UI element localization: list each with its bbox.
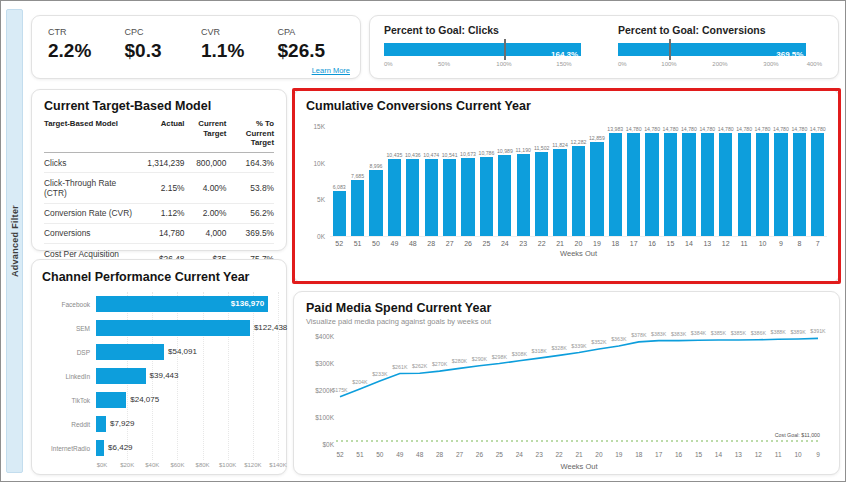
- conversion-bar[interactable]: [480, 157, 493, 236]
- gauge-fill[interactable]: 369.5%: [618, 43, 806, 56]
- conversion-bar[interactable]: [553, 149, 566, 236]
- conv-x-tick-label: 20: [569, 240, 587, 247]
- table-cell: Conversions: [44, 223, 136, 243]
- kpi-value: 1.1%: [201, 40, 278, 62]
- conv-bar-slot: 14,780: [661, 126, 679, 236]
- conv-bar-slot: 13,983: [606, 126, 624, 236]
- point-value-label: $389K: [790, 329, 806, 335]
- table-cell: 4,000: [185, 223, 227, 243]
- conversion-bar[interactable]: [645, 133, 658, 236]
- conversion-bar[interactable]: [793, 133, 806, 236]
- conv-x-tick-label: 26: [459, 240, 477, 247]
- point-value-label: $339K: [571, 343, 587, 349]
- conversion-bar[interactable]: [682, 133, 695, 236]
- conversion-bar[interactable]: [811, 133, 824, 236]
- conversion-bar[interactable]: [719, 133, 732, 236]
- conv-x-axis: 5251504948282726252423222120191817161514…: [330, 240, 827, 247]
- point-value-label: $270K: [432, 361, 448, 367]
- point-value-label: $378K: [631, 332, 647, 338]
- dashboard-canvas: Advanced Filter CTR 2.2% CPC $0.3 CVR 1.…: [0, 0, 846, 482]
- conversion-bar[interactable]: [590, 142, 603, 236]
- channel-bar-zone: $54,091: [96, 344, 272, 360]
- conv-bar-slot: 11,502: [532, 126, 550, 236]
- channel-bar[interactable]: $6,429: [96, 440, 104, 456]
- spend-chart-title: Paid Media Spend Current Year: [306, 301, 827, 315]
- table-row[interactable]: Conversion Rate (CVR)1.12%2.00%56.2%: [44, 203, 274, 223]
- table-cell: 2.15%: [136, 173, 184, 203]
- conversion-bar[interactable]: [738, 133, 751, 236]
- conversion-bar[interactable]: [333, 191, 346, 236]
- conversion-bar[interactable]: [461, 158, 474, 236]
- conversion-bar[interactable]: [774, 133, 787, 236]
- conv-x-tick-label: 12: [717, 240, 735, 247]
- conversion-bar[interactable]: [406, 159, 419, 236]
- conversion-bar[interactable]: [498, 155, 511, 236]
- channel-bar[interactable]: $24,075: [96, 392, 126, 408]
- conv-bar-slot: 10,989: [496, 126, 514, 236]
- kpi-label: CPA: [278, 27, 355, 37]
- channel-row: DSP$54,091: [42, 340, 276, 364]
- table-row[interactable]: Conversions14,7804,000369.5%: [44, 223, 274, 243]
- table-row[interactable]: Click-Through Rate (CTR)2.15%4.00%53.8%: [44, 173, 274, 203]
- gauge-clicks: Percent to Goal: Clicks 164.3% 0%50%100%…: [384, 24, 588, 78]
- table-cell: 164.3%: [226, 153, 274, 173]
- conversion-bar[interactable]: [425, 159, 438, 236]
- conversion-bar[interactable]: [664, 133, 677, 236]
- channel-bar[interactable]: $39,443: [96, 368, 146, 384]
- target-model-card: Current Target-Based Model Target-Based …: [31, 89, 287, 251]
- channel-x-axis: $0K$20K$40K$60K$80K$100K$120K$140K: [102, 462, 278, 472]
- channel-bar[interactable]: $7,929: [96, 416, 106, 432]
- conversion-bar[interactable]: [609, 133, 622, 236]
- gauge-fill[interactable]: 164.3%: [384, 43, 581, 56]
- channel-x-tick-label: $80K: [196, 462, 210, 468]
- gauge-tick-label: 100%: [496, 61, 511, 67]
- conversion-bar[interactable]: [756, 133, 769, 236]
- channel-category-label: Reddit: [42, 421, 96, 428]
- channel-x-tick-label: $20K: [120, 462, 134, 468]
- conv-bar-slot: 14,780: [735, 126, 753, 236]
- gauge-value-label: 369.5%: [776, 50, 806, 59]
- conv-bar-slot: 10,673: [459, 126, 477, 236]
- channel-bar-zone: $24,075: [96, 392, 272, 408]
- paid-media-spend-card: Paid Media Spend Current Year Visualize …: [293, 291, 840, 475]
- channel-bar[interactable]: $54,091: [96, 344, 164, 360]
- conv-bar-slot: 14,780: [625, 126, 643, 236]
- bar-value-label: 14,780: [755, 126, 771, 132]
- spend-y-tick-label: $100K: [315, 414, 334, 421]
- conversion-bar[interactable]: [627, 133, 640, 236]
- point-value-label: $261K: [392, 364, 408, 370]
- learn-more-link[interactable]: Learn More: [312, 66, 350, 75]
- table-column-header: Actual: [136, 117, 184, 153]
- conv-x-tick-label: 23: [514, 240, 532, 247]
- bar-value-label: 12,282: [571, 139, 587, 145]
- spend-x-tick-label: 11: [775, 451, 782, 458]
- advanced-filter-tab[interactable]: Advanced Filter: [6, 9, 23, 473]
- cost-goal-label: Cost Goal: $11,000: [775, 432, 820, 438]
- conversion-bar[interactable]: [517, 154, 530, 236]
- conv-x-tick-label: 7: [809, 240, 827, 247]
- gauge-track: 369.5%: [618, 43, 822, 56]
- bar-value-label: 13,983: [607, 126, 623, 132]
- conversion-bar[interactable]: [388, 159, 401, 236]
- table-row[interactable]: Clicks1,314,239800,000164.3%: [44, 153, 274, 173]
- point-value-label: $363K: [611, 336, 627, 342]
- table-header-row: Target-Based ModelActualCurrent Target% …: [44, 117, 274, 153]
- conversion-bar[interactable]: [351, 180, 364, 236]
- channel-bar[interactable]: $122,438: [96, 320, 250, 336]
- conv-x-tick-label: 16: [643, 240, 661, 247]
- kpi-cpc: CPC $0.3: [125, 27, 202, 78]
- conversion-bar[interactable]: [535, 152, 548, 236]
- kpi-label: CPC: [125, 27, 202, 37]
- conversion-bar[interactable]: [572, 146, 585, 236]
- spend-x-tick-label: 27: [456, 451, 464, 458]
- spend-plot-area: $0K$100K$200K$300K$400K Cost Goal: $11,0…: [306, 326, 827, 480]
- kpi-label: CTR: [48, 27, 125, 37]
- conversion-bar[interactable]: [701, 133, 714, 236]
- channel-bar[interactable]: $136,970: [96, 296, 268, 312]
- conv-bar-slot: 14,780: [698, 126, 716, 236]
- spend-x-tick-label: 20: [595, 451, 603, 458]
- kpi-value: $26.5: [278, 40, 355, 62]
- conversion-bar[interactable]: [443, 159, 456, 236]
- gauge-axis: 0%100%200%300%400%: [618, 60, 822, 70]
- conversion-bar[interactable]: [369, 170, 382, 236]
